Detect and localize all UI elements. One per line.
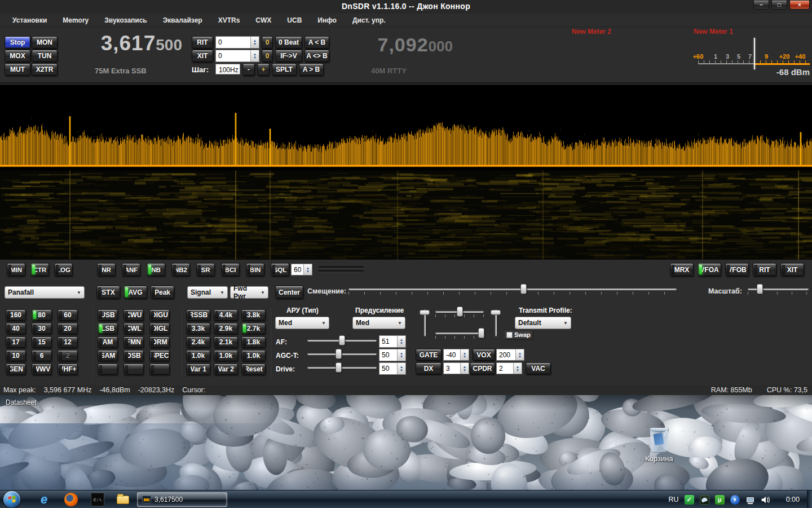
spinner-arrows-icon[interactable]: ▲▼ (250, 50, 259, 62)
filter-button-3-8k[interactable]: 3.8k (241, 309, 266, 321)
band-button-160[interactable]: 160 (6, 309, 26, 321)
a-swap-b-button[interactable]: A <> B (304, 50, 329, 62)
panafall-spectrum-waterfall-display[interactable] (0, 85, 812, 260)
dsp-button-nb[interactable]: NB (147, 263, 165, 276)
mode-button-spec[interactable]: SPEC (149, 350, 170, 361)
menu-item-ucb[interactable]: UCB (280, 15, 308, 26)
zero-beat-button[interactable]: 0 Beat (275, 36, 302, 49)
xit-spinner[interactable]: 0 ▲▼ (215, 50, 259, 62)
display-mode-select[interactable]: Panafall ▼ (5, 286, 85, 299)
filter-button-3-3k[interactable]: 3.3k (186, 323, 210, 334)
spinner-arrows-icon[interactable]: ▲▼ (303, 264, 312, 275)
dsp-button-nr[interactable]: NR (97, 263, 116, 276)
vox-button[interactable]: VOX (473, 349, 495, 361)
dsp-button-sql[interactable]: SQL (271, 263, 289, 276)
band-button-17[interactable]: 17 (6, 336, 26, 348)
slider-thumb[interactable] (339, 335, 345, 345)
firefox-icon[interactable] (64, 493, 78, 506)
filter-button-1-0k[interactable]: 1.0k (186, 350, 210, 361)
recycle-bin-icon[interactable] (650, 428, 669, 453)
band-button-gen[interactable]: GEN (6, 364, 26, 375)
menu-item-инфо[interactable]: Инфо (311, 15, 343, 26)
display-button-min[interactable]: MIN (7, 263, 25, 276)
minimize-icon[interactable]: – (753, 0, 769, 10)
menu-item-эквалайзер[interactable]: Эквалайзер (156, 15, 209, 26)
dsp-button-nb2[interactable]: NB2 (171, 263, 190, 276)
mode-button-lsb[interactable]: LSB (98, 323, 118, 334)
preamp-select[interactable]: Med ▼ (352, 317, 405, 329)
spinner-arrows-icon[interactable]: ▲▼ (460, 363, 469, 374)
band-button-10[interactable]: 10 (6, 350, 26, 361)
menu-item-установки[interactable]: Установки (6, 15, 54, 26)
vfo-button-mrx[interactable]: MRX (670, 263, 694, 276)
transport-button-stop[interactable]: Stop (5, 36, 30, 49)
if-to-v-button[interactable]: IF->V (275, 50, 302, 62)
dsp-button-bin[interactable]: BIN (246, 263, 264, 276)
antivirus-tray-icon[interactable]: ✓ (685, 495, 694, 505)
close-icon[interactable]: × (789, 0, 810, 10)
display-button-ctr[interactable]: CTR (30, 263, 49, 276)
show-desktop-button[interactable] (807, 491, 812, 508)
band-button-40[interactable]: 40 (6, 323, 26, 334)
band-button-2[interactable]: 2 (58, 350, 78, 361)
band-button-6[interactable]: 6 (32, 350, 52, 361)
vfo-button-xit[interactable]: XIT (780, 263, 804, 276)
mode-button-dsb[interactable]: DSB (123, 350, 144, 361)
display-button-log[interactable]: LOG (54, 263, 73, 276)
center-button[interactable]: Center (275, 286, 303, 299)
rit-zero-button[interactable]: 0 (262, 36, 273, 49)
mode-button-cwl[interactable]: CWL (123, 323, 144, 334)
filter-button-4-4k[interactable]: 4.4k (214, 309, 238, 321)
filter-button-2-4k[interactable]: 2.4k (186, 336, 210, 348)
slider-thumb[interactable] (478, 328, 484, 338)
avg-button[interactable]: AVG (123, 286, 147, 299)
xit-button[interactable]: XIT (192, 50, 213, 62)
menu-item-звукозапись[interactable]: Звукозапись (98, 15, 153, 26)
slider-thumb[interactable] (336, 362, 342, 373)
mode-button-digl[interactable]: DIGL (149, 323, 170, 334)
filter-button-1-0k[interactable]: 1.0k (214, 350, 238, 361)
filter-button-2-7k[interactable]: 2.7k (241, 323, 266, 334)
filter-button-rssb[interactable]: RSSB (186, 309, 210, 321)
filter-button-reset[interactable]: Reset (241, 364, 266, 375)
new-meter-1-label[interactable]: New Meter 1 (694, 28, 733, 36)
af-slider[interactable] (307, 335, 377, 341)
speaker-icon[interactable] (761, 495, 770, 505)
filter-button-var-1[interactable]: Var 1 (186, 364, 210, 375)
mode-button-usb[interactable]: USB (98, 309, 118, 321)
a-greater-b-button[interactable]: A > B (299, 63, 324, 76)
drive-spinner[interactable]: 50 ▲▼ (379, 362, 406, 375)
vfo-button-rit[interactable]: RIT (753, 263, 776, 276)
recycle-bin[interactable]: Корзина (634, 428, 685, 463)
menu-item-memory[interactable]: Memory (56, 15, 95, 26)
start-button[interactable] (3, 491, 20, 508)
drive-slider[interactable] (307, 362, 377, 369)
taskbar-clock[interactable]: 0:00 (786, 496, 800, 503)
cpdr-spinner[interactable]: 2 ▲▼ (496, 362, 522, 374)
filter-button-var-2[interactable]: Var 2 (214, 364, 238, 375)
vfo-b-frequency[interactable]: 7,092000 (365, 34, 453, 56)
mode-button-digu[interactable]: DIGU (149, 309, 170, 321)
lightning-tray-icon[interactable] (730, 495, 740, 505)
vfo-button-vfoa[interactable]: VFOA (698, 263, 721, 276)
band-button-wwv[interactable]: WWV (32, 364, 52, 375)
transmit-profile-select[interactable]: Default ▼ (515, 317, 571, 329)
filter-button-1-0k[interactable]: 1.0k (241, 350, 266, 361)
mode-button-blank[interactable] (149, 364, 170, 375)
spinner-arrows-icon[interactable]: ▲▼ (397, 363, 405, 374)
network-tray-icon[interactable] (745, 495, 755, 505)
step-up-button[interactable]: + (257, 63, 270, 76)
language-indicator[interactable]: RU (669, 496, 679, 503)
xit-zero-button[interactable]: 0 (262, 50, 273, 62)
agc-type-select[interactable]: Med ▼ (275, 317, 329, 329)
taskbar-app-button-dnsdr[interactable]: 3,617500 (137, 492, 227, 507)
app-tray-icon[interactable] (700, 495, 709, 505)
spinner-arrows-icon[interactable]: ▲▼ (515, 349, 524, 360)
stx-button[interactable]: STX (96, 286, 120, 299)
menu-item-xvtrs[interactable]: XVTRs (211, 15, 247, 26)
filter-button-2-1k[interactable]: 2.1k (214, 336, 238, 348)
transport-button-mon[interactable]: MON (32, 36, 58, 49)
explorer-folder-icon[interactable] (116, 493, 130, 506)
agc-t-slider[interactable] (307, 348, 377, 355)
internet-explorer-icon[interactable]: e (37, 493, 51, 506)
